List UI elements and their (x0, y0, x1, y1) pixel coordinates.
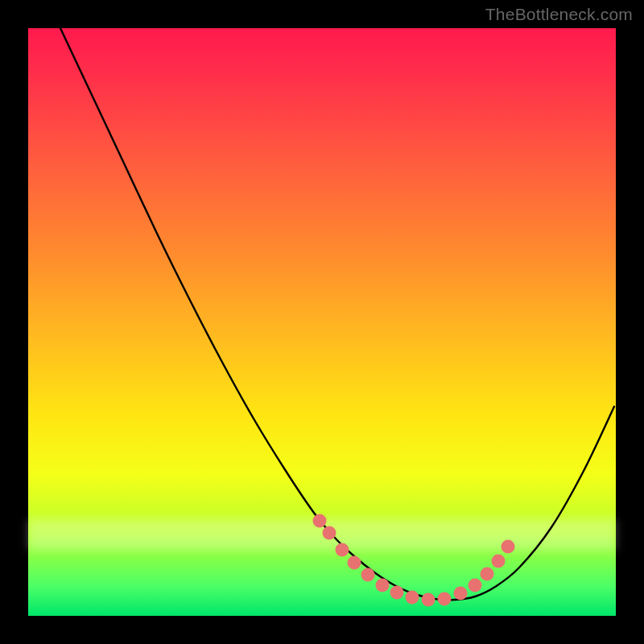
plot-area (28, 28, 616, 616)
bottleneck-curve (60, 28, 614, 600)
curve-dot (313, 514, 327, 528)
curve-dot (323, 526, 336, 540)
curve-dot (454, 587, 468, 601)
curve-dot (348, 556, 361, 570)
curve-dot (502, 540, 515, 554)
curve-dot (481, 568, 494, 581)
curve-layer (28, 28, 616, 616)
curve-dot (390, 586, 404, 600)
curve-dot (492, 555, 506, 568)
curve-dot (422, 593, 436, 607)
curve-dot (376, 579, 390, 592)
watermark-text: TheBottleneck.com (485, 5, 633, 24)
curve-dot (406, 591, 419, 605)
curve-dot (469, 579, 482, 592)
curve-dot (438, 592, 452, 606)
curve-dot (336, 543, 349, 557)
chart-stage: TheBottleneck.com (0, 0, 644, 644)
curve-dot (361, 568, 375, 582)
